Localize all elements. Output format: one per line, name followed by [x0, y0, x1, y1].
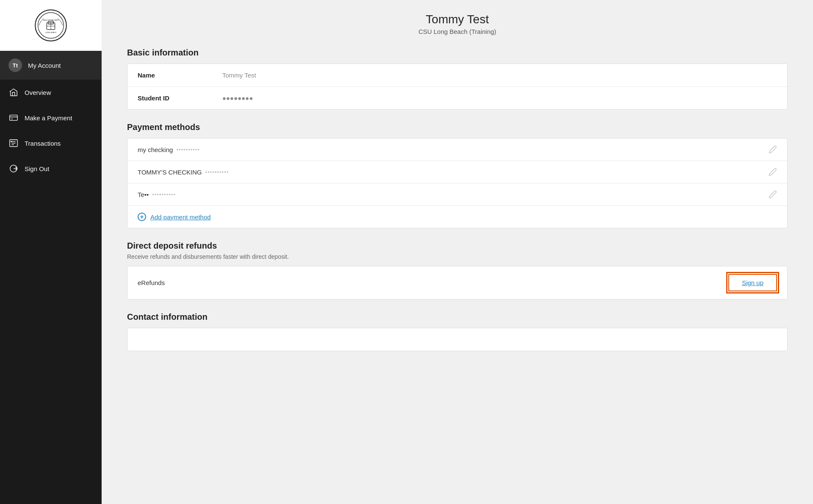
institution-name: CSU Long Beach (Training) — [127, 28, 788, 35]
svg-rect-8 — [10, 115, 17, 121]
home-icon — [8, 87, 19, 97]
payment-method-row-2: Te•• •••••••••• — [127, 183, 787, 206]
contact-info-card — [127, 328, 788, 351]
sidebar-logo: CALIFORNIA STATE LONG BEACH — [0, 0, 102, 51]
basic-info-section: Basic information Name Tommy Test Studen… — [127, 48, 788, 110]
sidebar-item-transactions-label: Transactions — [25, 140, 61, 147]
direct-deposit-card: eRefunds Sign up — [127, 266, 788, 299]
contact-info-placeholder — [138, 336, 139, 343]
payment-method-name-2: Te•• — [138, 191, 149, 198]
sidebar: CALIFORNIA STATE LONG BEACH Tt My Accoun… — [0, 0, 102, 504]
sidebar-item-my-account[interactable]: Tt My Account — [0, 51, 102, 80]
svg-text:LONG BEACH: LONG BEACH — [45, 31, 56, 33]
name-label: Name — [138, 72, 222, 79]
payment-methods-card: my checking •••••••••• TOMMY'S CHECKING … — [127, 138, 788, 228]
svg-point-15 — [11, 141, 12, 142]
user-name: Tommy Test — [127, 13, 788, 26]
payment-masked-1: •••••••••• — [205, 169, 229, 175]
sidebar-item-make-payment[interactable]: Make a Payment — [0, 105, 102, 130]
erefunds-label: eRefunds — [138, 279, 728, 286]
svg-text:CALIFORNIA STATE: CALIFORNIA STATE — [43, 19, 59, 21]
edit-icon-1[interactable] — [769, 168, 777, 176]
plus-icon: + — [138, 213, 146, 221]
payment-method-row-1: TOMMY'S CHECKING •••••••••• — [127, 161, 787, 183]
add-payment-method-row[interactable]: + Add payment method — [127, 206, 787, 228]
student-id-row: Student ID ●●●●●●●● — [127, 87, 787, 109]
student-id-value: ●●●●●●●● — [222, 94, 253, 102]
erefunds-row: eRefunds Sign up — [127, 266, 787, 299]
payment-masked-0: •••••••••• — [176, 147, 200, 153]
payment-masked-2: •••••••••• — [152, 191, 176, 198]
signup-button[interactable]: Sign up — [728, 274, 777, 291]
payment-icon — [8, 113, 19, 123]
payment-method-row-0: my checking •••••••••• — [127, 138, 787, 161]
signout-icon — [8, 163, 19, 174]
payment-method-name-0: my checking — [138, 146, 173, 153]
page-header: Tommy Test CSU Long Beach (Training) — [127, 13, 788, 35]
name-value: Tommy Test — [222, 72, 256, 79]
sidebar-item-overview-label: Overview — [25, 89, 51, 96]
sidebar-item-sign-out[interactable]: Sign Out — [0, 156, 102, 181]
main-content: Tommy Test CSU Long Beach (Training) Bas… — [102, 0, 813, 504]
payment-method-label-2: Te•• •••••••••• — [138, 191, 769, 198]
payment-method-label-0: my checking •••••••••• — [138, 146, 769, 153]
edit-icon-2[interactable] — [769, 190, 777, 199]
direct-deposit-title: Direct deposit refunds — [127, 241, 788, 251]
payment-methods-title: Payment methods — [127, 122, 788, 132]
sidebar-item-my-account-label: My Account — [28, 62, 61, 69]
add-payment-method-link[interactable]: Add payment method — [150, 213, 211, 221]
name-row: Name Tommy Test — [127, 64, 787, 87]
sidebar-item-make-payment-label: Make a Payment — [25, 114, 72, 122]
avatar-icon: Tt — [8, 58, 22, 72]
contact-info-section: Contact information — [127, 312, 788, 351]
direct-deposit-section: Direct deposit refunds Receive refunds a… — [127, 241, 788, 299]
direct-deposit-subtitle: Receive refunds and disbursements faster… — [127, 253, 788, 260]
sidebar-nav: Tt My Account Overview Make a Payment Tr… — [0, 51, 102, 181]
contact-info-empty-row — [127, 328, 787, 351]
payment-method-label-1: TOMMY'S CHECKING •••••••••• — [138, 169, 769, 176]
basic-info-card: Name Tommy Test Student ID ●●●●●●●● — [127, 64, 788, 110]
sidebar-item-sign-out-label: Sign Out — [25, 165, 49, 172]
sidebar-item-overview[interactable]: Overview — [0, 80, 102, 105]
payment-method-name-1: TOMMY'S CHECKING — [138, 169, 202, 176]
contact-info-title: Contact information — [127, 312, 788, 322]
payment-methods-section: Payment methods my checking •••••••••• T… — [127, 122, 788, 228]
transactions-icon — [8, 138, 19, 148]
edit-icon-0[interactable] — [769, 145, 777, 154]
student-id-label: Student ID — [138, 94, 222, 102]
basic-info-title: Basic information — [127, 48, 788, 58]
sidebar-item-transactions[interactable]: Transactions — [0, 130, 102, 156]
